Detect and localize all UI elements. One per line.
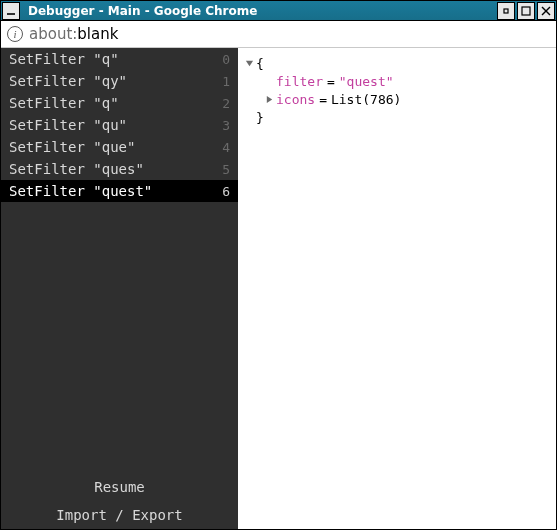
window-maximize-button[interactable] <box>517 2 535 20</box>
history-index: 1 <box>218 74 230 89</box>
svg-marker-6 <box>266 95 271 102</box>
object-field-filter[interactable]: filter = "quest" <box>242 72 552 90</box>
browser-window: Debugger - Main - Google Chrome i about:… <box>0 0 557 530</box>
close-brace: } <box>256 110 264 125</box>
history-index: 2 <box>218 96 230 111</box>
history-row[interactable]: SetFilter "qu" 3 <box>1 114 238 136</box>
window-title: Debugger - Main - Google Chrome <box>24 4 496 18</box>
history-row[interactable]: SetFilter "q" 2 <box>1 92 238 114</box>
field-value-suffix: ) <box>394 92 402 107</box>
history-row[interactable]: SetFilter "quest" 6 <box>1 180 238 202</box>
inspector-panel: { filter = "quest" icons = List(786) } <box>238 48 556 529</box>
history-index: 3 <box>218 118 230 133</box>
history-index: 4 <box>218 140 230 155</box>
history-row[interactable]: SetFilter "ques" 5 <box>1 158 238 180</box>
svg-marker-5 <box>245 60 252 65</box>
history-label: SetFilter "q" <box>9 95 218 111</box>
debugger-sidebar: SetFilter "q" 0 SetFilter "qy" 1 SetFilt… <box>1 48 238 529</box>
history-label: SetFilter "ques" <box>9 161 218 177</box>
resume-button[interactable]: Resume <box>1 473 238 501</box>
minimize-icon <box>501 6 511 16</box>
history-label: SetFilter "que" <box>9 139 218 155</box>
address-bar[interactable]: i about:blank <box>1 21 556 48</box>
window-close-button[interactable] <box>537 2 555 20</box>
equals-sign: = <box>323 74 339 89</box>
history-row[interactable]: SetFilter "q" 0 <box>1 48 238 70</box>
import-export-button[interactable]: Import / Export <box>1 501 238 529</box>
field-key: filter <box>276 74 323 89</box>
history-row[interactable]: SetFilter "que" 4 <box>1 136 238 158</box>
url-path: blank <box>77 25 118 43</box>
history-label: SetFilter "q" <box>9 51 218 67</box>
site-info-icon[interactable]: i <box>7 26 23 42</box>
history-label: SetFilter "quest" <box>9 183 218 199</box>
window-minimize-button[interactable] <box>497 2 515 20</box>
open-brace: { <box>256 56 264 71</box>
object-field-icons[interactable]: icons = List(786) <box>242 90 552 108</box>
history-label: SetFilter "qu" <box>9 117 218 133</box>
field-value-number: 786 <box>370 92 393 107</box>
minimize-icon <box>6 6 16 16</box>
object-close-line: } <box>242 108 552 126</box>
svg-rect-1 <box>504 9 508 13</box>
disclosure-triangle-down-icon[interactable] <box>242 59 256 68</box>
equals-sign: = <box>315 92 331 107</box>
history-index: 0 <box>218 52 230 67</box>
sidebar-actions: Resume Import / Export <box>1 473 238 529</box>
field-value: "quest" <box>339 74 394 89</box>
maximize-icon <box>521 6 531 16</box>
svg-rect-2 <box>522 7 530 15</box>
action-history-list: SetFilter "q" 0 SetFilter "qy" 1 SetFilt… <box>1 48 238 473</box>
window-minimize-button-left[interactable] <box>2 2 20 20</box>
history-index: 5 <box>218 162 230 177</box>
disclosure-triangle-right-icon[interactable] <box>262 95 276 104</box>
field-key: icons <box>276 92 315 107</box>
close-icon <box>541 6 551 16</box>
window-titlebar: Debugger - Main - Google Chrome <box>1 1 556 21</box>
content-area: SetFilter "q" 0 SetFilter "qy" 1 SetFilt… <box>1 48 556 529</box>
history-index: 6 <box>218 184 230 199</box>
history-row[interactable]: SetFilter "qy" 1 <box>1 70 238 92</box>
object-open-line: { <box>242 54 552 72</box>
history-label: SetFilter "qy" <box>9 73 218 89</box>
field-value-prefix: List( <box>331 92 370 107</box>
url-protocol: about: <box>29 25 77 43</box>
